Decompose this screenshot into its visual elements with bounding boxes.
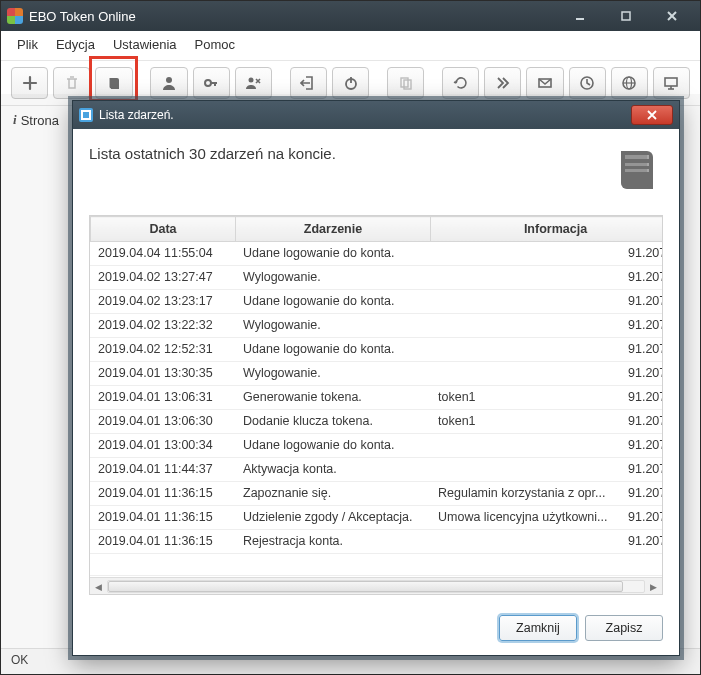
close-button[interactable] xyxy=(650,5,694,27)
table-row[interactable]: 2019.04.02 12:52:31Udane logowanie do ko… xyxy=(90,338,662,362)
scroll-right-icon[interactable]: ▶ xyxy=(645,578,662,595)
table-row[interactable]: 2019.04.01 13:30:35Wylogowanie.91.207 xyxy=(90,362,662,386)
cell-event: Udane logowanie do konta. xyxy=(235,434,430,458)
cell-ip: 91.207 xyxy=(620,314,662,338)
cell-event: Rejestracja konta. xyxy=(235,530,430,554)
minimize-button[interactable] xyxy=(558,5,602,27)
menu-edit[interactable]: Edycja xyxy=(56,37,95,52)
cell-info: Umowa licencyjna użytkowni... xyxy=(430,506,620,530)
cell-date: 2019.04.02 12:52:31 xyxy=(90,338,235,362)
table-row[interactable]: 2019.04.01 11:44:37Aktywacja konta.91.20… xyxy=(90,458,662,482)
cell-event: Wylogowanie. xyxy=(235,314,430,338)
table-row[interactable]: 2019.04.04 11:55:04Udane logowanie do ko… xyxy=(90,242,662,266)
table-row[interactable]: 2019.04.01 13:06:31Generowanie tokena.to… xyxy=(90,386,662,410)
cell-info xyxy=(430,362,620,386)
cell-event: Wylogowanie. xyxy=(235,362,430,386)
cell-date: 2019.04.01 11:36:15 xyxy=(90,530,235,554)
dialog-titlebar[interactable]: Lista zdarzeń. xyxy=(73,101,679,129)
book-icon xyxy=(611,145,663,197)
cell-info: token1 xyxy=(430,386,620,410)
cell-event: Udane logowanie do konta. xyxy=(235,338,430,362)
cell-date: 2019.04.01 13:06:31 xyxy=(90,386,235,410)
table-row[interactable]: 2019.04.02 13:23:17Udane logowanie do ko… xyxy=(90,290,662,314)
cell-date: 2019.04.01 11:36:15 xyxy=(90,482,235,506)
cell-event: Generowanie tokena. xyxy=(235,386,430,410)
col-event[interactable]: Zdarzenie xyxy=(236,217,431,242)
svg-rect-1 xyxy=(622,12,630,20)
events-table: Data Zdarzenie Informacja 2019.04.04 11:… xyxy=(89,215,663,595)
cell-ip: 91.207 xyxy=(620,338,662,362)
dialog-heading: Lista ostatnich 30 zdarzeń na koncie. xyxy=(89,145,336,162)
maximize-button[interactable] xyxy=(604,5,648,27)
cell-ip: 91.207 xyxy=(620,386,662,410)
cell-info xyxy=(430,530,620,554)
table-row[interactable]: 2019.04.02 13:27:47Wylogowanie.91.207 xyxy=(90,266,662,290)
app-title: EBO Token Online xyxy=(29,9,558,24)
cell-info xyxy=(430,338,620,362)
cell-date: 2019.04.01 13:00:34 xyxy=(90,434,235,458)
dialog-close-button[interactable] xyxy=(631,105,673,125)
cell-event: Udane logowanie do konta. xyxy=(235,242,430,266)
cell-ip: 91.207 xyxy=(620,434,662,458)
cell-info: Regulamin korzystania z opr... xyxy=(430,482,620,506)
cell-date: 2019.04.01 13:06:30 xyxy=(90,410,235,434)
menu-help[interactable]: Pomoc xyxy=(195,37,235,52)
cell-event: Udane logowanie do konta. xyxy=(235,290,430,314)
cell-ip: 91.207 xyxy=(620,266,662,290)
svg-point-6 xyxy=(249,78,254,83)
scroll-thumb[interactable] xyxy=(108,581,623,592)
menu-settings[interactable]: Ustawienia xyxy=(113,37,177,52)
menu-file[interactable]: Plik xyxy=(17,37,38,52)
cell-ip: 91.207 xyxy=(620,458,662,482)
table-row xyxy=(90,554,662,576)
table-row[interactable]: 2019.04.01 13:00:34Udane logowanie do ko… xyxy=(90,434,662,458)
cell-ip: 91.207 xyxy=(620,290,662,314)
cell-ip: 91.207 xyxy=(620,410,662,434)
svg-point-5 xyxy=(205,80,211,86)
cell-info xyxy=(430,434,620,458)
cell-ip: 91.207 xyxy=(620,242,662,266)
cell-ip: 91.207 xyxy=(620,530,662,554)
cell-info xyxy=(430,290,620,314)
cell-info xyxy=(430,242,620,266)
cell-event: Zapoznanie się. xyxy=(235,482,430,506)
cell-info xyxy=(430,458,620,482)
svg-point-4 xyxy=(166,77,172,83)
cell-info xyxy=(430,314,620,338)
cell-date: 2019.04.02 13:22:32 xyxy=(90,314,235,338)
dialog-icon xyxy=(79,108,93,122)
cell-date: 2019.04.01 13:30:35 xyxy=(90,362,235,386)
svg-rect-16 xyxy=(665,78,677,86)
cell-event: Aktywacja konta. xyxy=(235,458,430,482)
table-row[interactable]: 2019.04.01 13:06:30Dodanie klucza tokena… xyxy=(90,410,662,434)
table-row[interactable]: 2019.04.01 11:36:15Zapoznanie się.Regula… xyxy=(90,482,662,506)
dialog-title: Lista zdarzeń. xyxy=(99,108,174,122)
cell-ip: 91.207 xyxy=(620,362,662,386)
col-date[interactable]: Data xyxy=(91,217,236,242)
scroll-left-icon[interactable]: ◀ xyxy=(90,578,107,595)
menubar: Plik Edycja Ustawienia Pomoc xyxy=(1,31,700,61)
cell-date: 2019.04.01 11:36:15 xyxy=(90,506,235,530)
cell-ip: 91.207 xyxy=(620,482,662,506)
cell-info xyxy=(430,266,620,290)
cell-info: token1 xyxy=(430,410,620,434)
cell-date: 2019.04.04 11:55:04 xyxy=(90,242,235,266)
cell-ip: 91.207 xyxy=(620,506,662,530)
cell-event: Dodanie klucza tokena. xyxy=(235,410,430,434)
titlebar[interactable]: EBO Token Online xyxy=(1,1,700,31)
horizontal-scrollbar[interactable]: ◀ ▶ xyxy=(90,577,662,594)
table-row[interactable]: 2019.04.01 11:36:15Rejestracja konta.91.… xyxy=(90,530,662,554)
app-icon xyxy=(7,8,23,24)
cell-event: Udzielenie zgody / Akceptacja. xyxy=(235,506,430,530)
events-dialog: Lista zdarzeń. Lista ostatnich 30 zdarze… xyxy=(72,100,680,656)
col-info[interactable]: Informacja xyxy=(431,217,664,242)
save-button[interactable]: Zapisz xyxy=(585,615,663,641)
cell-date: 2019.04.01 11:44:37 xyxy=(90,458,235,482)
table-row[interactable]: 2019.04.02 13:22:32Wylogowanie.91.207 xyxy=(90,314,662,338)
cell-date: 2019.04.02 13:27:47 xyxy=(90,266,235,290)
close-dialog-button[interactable]: Zamknij xyxy=(499,615,577,641)
table-row[interactable]: 2019.04.01 11:36:15Udzielenie zgody / Ak… xyxy=(90,506,662,530)
cell-event: Wylogowanie. xyxy=(235,266,430,290)
cell-date: 2019.04.02 13:23:17 xyxy=(90,290,235,314)
